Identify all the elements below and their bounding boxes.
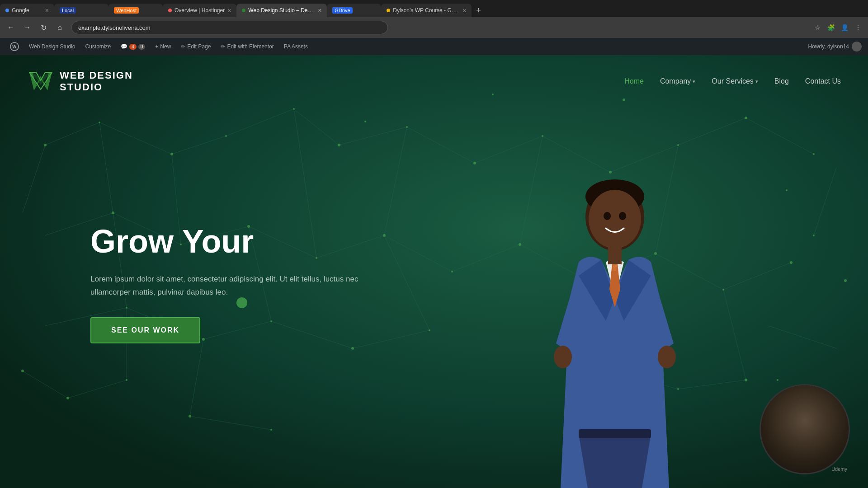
site-nav: WEB DESIGN STUDIO Home Company ▾ Our Ser… bbox=[0, 55, 868, 108]
svg-point-105 bbox=[658, 346, 676, 368]
svg-point-83 bbox=[189, 415, 191, 418]
wp-pa-assets-label: PA Assets bbox=[284, 43, 308, 50]
webcam-video bbox=[761, 385, 849, 473]
tab-webhost[interactable]: WebHost bbox=[108, 4, 163, 17]
cta-button[interactable]: SEE OUR WORK bbox=[90, 317, 200, 343]
svg-point-70 bbox=[451, 271, 453, 272]
svg-point-65 bbox=[112, 211, 114, 214]
logo-line2: STUDIO bbox=[60, 81, 133, 93]
nav-our-services[interactable]: Our Services ▾ bbox=[712, 77, 758, 85]
nav-blog[interactable]: Blog bbox=[774, 77, 789, 85]
tab-favicon-dylson bbox=[387, 9, 390, 12]
nav-home[interactable]: Home bbox=[624, 77, 644, 85]
extensions-icon[interactable]: 🧩 bbox=[826, 22, 836, 33]
tab-close-dylson[interactable]: × bbox=[462, 7, 466, 14]
wp-howdy[interactable]: Howdy, dylson14 bbox=[808, 42, 862, 52]
svg-point-56 bbox=[293, 108, 295, 110]
svg-point-88 bbox=[813, 235, 815, 236]
forward-button[interactable]: → bbox=[21, 21, 33, 34]
hero-section: WEB DESIGN STUDIO Home Company ▾ Our Ser… bbox=[0, 55, 868, 488]
tab-badge-local: Local bbox=[60, 7, 76, 14]
wp-new[interactable]: + New bbox=[151, 38, 175, 55]
tab-close-webdesign[interactable]: × bbox=[318, 7, 321, 14]
browser-toolbar: ← → ↻ ⌂ ☆ 🧩 👤 ⋮ bbox=[0, 17, 868, 38]
svg-point-93 bbox=[786, 189, 788, 191]
svg-point-87 bbox=[745, 379, 747, 381]
hero-content: Grow Your Lorem ipsum dolor sit amet, co… bbox=[90, 224, 371, 343]
tab-label-webdesign: Web Design Studio – Design... bbox=[248, 7, 315, 14]
home-button[interactable]: ⌂ bbox=[53, 21, 66, 34]
bookmark-icon[interactable]: ☆ bbox=[812, 22, 823, 33]
tab-google[interactable]: Google × bbox=[0, 4, 54, 17]
tab-hostinger[interactable]: Overview | Hostinger × bbox=[163, 4, 236, 17]
svg-rect-107 bbox=[608, 246, 622, 264]
wp-edit-elementor[interactable]: ✏ Edit with Elementor bbox=[217, 38, 277, 55]
svg-point-89 bbox=[21, 370, 24, 372]
svg-point-60 bbox=[542, 135, 543, 137]
wp-site-name[interactable]: Web Design Studio bbox=[25, 38, 79, 55]
wp-edit-page[interactable]: ✏ Edit Page bbox=[177, 38, 214, 55]
browser-chrome: Google × Local WebHost Overview | Hostin… bbox=[0, 0, 868, 38]
tab-dylson[interactable]: Dylson's WP Course - Goog... × bbox=[381, 4, 472, 17]
wp-customize[interactable]: Customize bbox=[82, 38, 115, 55]
tab-badge-webhost: WebHost bbox=[114, 7, 139, 14]
svg-point-90 bbox=[364, 121, 366, 122]
wp-comments[interactable]: 💬 4 0 bbox=[117, 38, 149, 55]
svg-point-81 bbox=[66, 397, 69, 399]
wp-howdy-label: Howdy, dylson14 bbox=[808, 43, 849, 50]
svg-point-103 bbox=[619, 212, 626, 220]
svg-point-52 bbox=[44, 144, 47, 146]
hero-body-text: Lorem ipsum dolor sit amet, consectetur … bbox=[90, 273, 371, 299]
tab-local[interactable]: Local bbox=[54, 4, 108, 17]
tab-close-hostinger[interactable]: × bbox=[227, 7, 231, 14]
tab-close-google[interactable]: × bbox=[45, 7, 49, 14]
tab-label-google: Google bbox=[12, 7, 29, 14]
svg-point-64 bbox=[813, 153, 815, 155]
tab-gdrive[interactable]: GDrive bbox=[327, 4, 381, 17]
tab-webdesign[interactable]: Web Design Studio – Design... × bbox=[236, 4, 327, 17]
new-tab-button[interactable]: + bbox=[472, 4, 486, 17]
tab-favicon-google bbox=[5, 9, 9, 12]
wp-customize-label: Customize bbox=[85, 43, 111, 50]
svg-point-55 bbox=[225, 135, 227, 137]
back-button[interactable]: ← bbox=[5, 21, 17, 34]
address-bar[interactable] bbox=[71, 21, 388, 34]
company-chevron: ▾ bbox=[693, 79, 695, 84]
tab-favicon-hostinger bbox=[168, 9, 172, 12]
hero-title: Grow Your bbox=[90, 224, 371, 259]
wp-site-label: Web Design Studio bbox=[29, 43, 75, 50]
svg-point-79 bbox=[351, 347, 354, 350]
wp-logo-item[interactable]: W bbox=[6, 38, 23, 55]
svg-point-69 bbox=[383, 234, 386, 237]
wp-avatar bbox=[852, 42, 862, 52]
hero-person-image bbox=[497, 163, 732, 488]
svg-point-101 bbox=[589, 190, 641, 249]
svg-point-94 bbox=[844, 279, 847, 282]
svg-point-54 bbox=[170, 153, 173, 155]
svg-point-53 bbox=[99, 122, 100, 123]
browser-tabs: Google × Local WebHost Overview | Hostin… bbox=[0, 0, 868, 17]
nav-company[interactable]: Company ▾ bbox=[660, 77, 695, 85]
svg-point-84 bbox=[270, 429, 272, 431]
webcam-label: Udemy bbox=[831, 466, 847, 472]
tab-label-hostinger: Overview | Hostinger bbox=[175, 7, 225, 14]
toolbar-right: ☆ 🧩 👤 ⋮ bbox=[812, 22, 863, 33]
svg-point-82 bbox=[126, 379, 127, 381]
svg-point-80 bbox=[429, 329, 430, 331]
wp-comments-count: 4 bbox=[129, 44, 137, 50]
menu-icon[interactable]: ⋮ bbox=[853, 22, 863, 33]
svg-point-62 bbox=[677, 144, 679, 146]
reload-button[interactable]: ↻ bbox=[37, 21, 50, 34]
nav-menu: Home Company ▾ Our Services ▾ Blog Conta… bbox=[624, 77, 841, 85]
tab-label-dylson: Dylson's WP Course - Goog... bbox=[393, 7, 460, 14]
wp-pending-count: 0 bbox=[138, 44, 146, 50]
svg-point-63 bbox=[745, 117, 747, 119]
webcam-overlay bbox=[760, 384, 850, 474]
wp-new-label: New bbox=[160, 43, 171, 50]
svg-point-102 bbox=[604, 212, 611, 220]
site-logo[interactable]: WEB DESIGN STUDIO bbox=[27, 68, 133, 95]
profile-icon[interactable]: 👤 bbox=[839, 22, 850, 33]
svg-rect-106 bbox=[579, 429, 651, 438]
wp-pa-assets[interactable]: PA Assets bbox=[280, 38, 311, 55]
nav-contact-us[interactable]: Contact Us bbox=[805, 77, 841, 85]
